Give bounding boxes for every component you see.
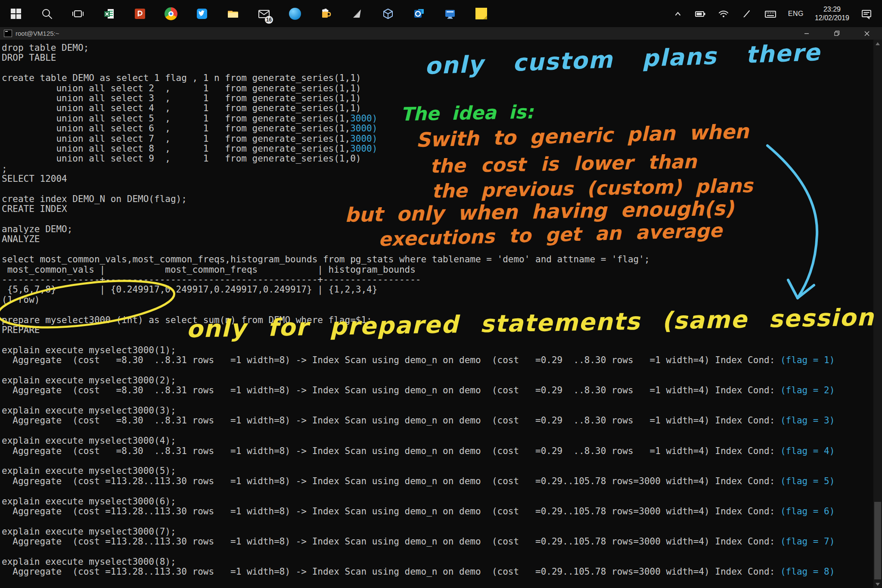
powerpoint-icon[interactable] xyxy=(130,0,150,27)
restore-button[interactable] xyxy=(822,27,852,40)
gray-app-icon[interactable] xyxy=(347,0,367,27)
wifi-icon[interactable] xyxy=(716,0,731,27)
terminal-line: analyze DEMO; xyxy=(2,224,873,234)
terminal-line: Aggregate (cost =8.30 ..8.31 rows =1 wid… xyxy=(2,416,873,426)
terminal-line xyxy=(2,245,873,255)
terminal-line xyxy=(2,366,873,376)
titlebar[interactable]: root@VM125:~ xyxy=(0,27,882,40)
monitor-app-icon[interactable] xyxy=(440,0,460,27)
terminal-line: CREATE INDEX xyxy=(2,204,873,214)
terminal-line: union all select 4 , 1 from generate_ser… xyxy=(2,103,873,113)
terminal-line: union all select 2 , 1 from generate_ser… xyxy=(2,84,873,93)
terminal-line: explain execute myselect3000(1); xyxy=(2,345,873,355)
terminal-line: union all select 9 , 1 from generate_ser… xyxy=(2,154,873,164)
minimize-button[interactable] xyxy=(792,27,822,40)
terminal-line: explain execute myselect3000(2); xyxy=(2,376,873,386)
terminal-line: most_common_vals | most_common_freqs | h… xyxy=(2,265,873,275)
terminal-line: explain execute myselect3000(6); xyxy=(2,497,873,507)
search-icon[interactable] xyxy=(37,0,57,27)
terminal-window: root@VM125:~ drop table DEMO;DROP TABLEc… xyxy=(0,27,882,588)
terminal-line: {5,6,7,8} | {0.249917,0.249917,0.249917,… xyxy=(2,285,873,295)
terminal-line: create table DEMO as select 1 flag , 1 n… xyxy=(2,73,873,83)
sticky-notes-icon[interactable] xyxy=(471,0,491,27)
window-controls xyxy=(792,27,882,40)
terminal-line xyxy=(2,486,873,496)
terminal-line: Aggregate (cost =113.28..113.30 rows =1 … xyxy=(2,507,873,516)
terminal-line: explain execute myselect3000(7); xyxy=(2,527,873,537)
pen-icon[interactable] xyxy=(739,0,755,27)
taskbar-tray: ENG 23:29 12/02/2019 xyxy=(671,0,882,27)
console-icon xyxy=(4,30,12,37)
terminal-line xyxy=(2,215,873,224)
terminal-line xyxy=(2,335,873,345)
terminal-line: union all select 3 , 1 from generate_ser… xyxy=(2,93,873,103)
terminal-line: ANALYZE xyxy=(2,234,873,244)
scrollbar-thumb[interactable] xyxy=(874,502,881,579)
terminal-line: ; xyxy=(2,164,873,174)
terminal-line: Aggregate (cost =113.28..113.30 rows =1 … xyxy=(2,567,873,577)
terminal-line: prepare myselect3000 (int) as select sum… xyxy=(2,315,873,325)
terminal-line: explain execute myselect3000(4); xyxy=(2,436,873,446)
3d-viewer-cube-icon[interactable] xyxy=(378,0,398,27)
chrome-icon[interactable] xyxy=(161,0,181,27)
task-view-icon[interactable] xyxy=(68,0,88,27)
terminal-line: explain execute myselect3000(5); xyxy=(2,466,873,476)
terminal-line: explain execute myselect3000(3); xyxy=(2,406,873,416)
scroll-up-arrow[interactable] xyxy=(873,40,882,47)
terminal-line: (1 row) xyxy=(2,295,873,305)
touch-keyboard-icon[interactable] xyxy=(762,0,779,27)
terminal-scrollbar[interactable] xyxy=(873,40,882,588)
taskbar-clock[interactable]: 23:29 12/02/2019 xyxy=(813,0,851,27)
terminal-line: PREPARE xyxy=(2,325,873,335)
excel-icon[interactable] xyxy=(99,0,119,27)
terminal-line: union all select 8 , 1 from generate_ser… xyxy=(2,144,873,154)
terminal-line xyxy=(2,547,873,557)
terminal-line xyxy=(2,63,873,73)
terminal-line xyxy=(2,426,873,436)
terminal-line: union all select 7 , 1 from generate_ser… xyxy=(2,134,873,144)
terminal-line: create index DEMO_N on DEMO(flag); xyxy=(2,194,873,204)
beer-mug-icon[interactable] xyxy=(316,0,336,27)
taskbar: 16 xyxy=(0,0,882,27)
terminal-line xyxy=(2,516,873,526)
file-explorer-icon[interactable] xyxy=(223,0,243,27)
terminal-line: union all select 6 , 1 from generate_ser… xyxy=(2,124,873,134)
terminal-line: Aggregate (cost =113.28..113.30 rows =1 … xyxy=(2,537,873,547)
close-button[interactable] xyxy=(852,27,882,40)
terminal-line: ------------------+---------------------… xyxy=(2,275,873,285)
terminal-output[interactable]: drop table DEMO;DROP TABLEcreate table D… xyxy=(0,40,873,588)
twitter-icon[interactable] xyxy=(192,0,212,27)
terminal-line xyxy=(2,184,873,194)
window-title: root@VM125:~ xyxy=(16,30,59,37)
taskbar-pinned-apps: 16 xyxy=(0,0,491,27)
language-indicator[interactable]: ENG xyxy=(786,0,805,27)
outlook-icon[interactable] xyxy=(409,0,429,27)
battery-icon[interactable] xyxy=(693,0,708,27)
terminal-line xyxy=(2,456,873,466)
terminal-line: SELECT 12004 xyxy=(2,174,873,184)
mail-icon[interactable]: 16 xyxy=(254,0,274,27)
show-hidden-icons-chevron[interactable] xyxy=(671,0,685,27)
terminal-line: Aggregate (cost =8.30 ..8.31 rows =1 wid… xyxy=(2,446,873,456)
clock-date: 12/02/2019 xyxy=(815,14,849,22)
action-center-icon[interactable] xyxy=(859,0,874,27)
mail-unread-badge: 16 xyxy=(265,16,273,24)
terminal-line: drop table DEMO; xyxy=(2,43,873,53)
terminal-line: Aggregate (cost =8.30 ..8.31 rows =1 wid… xyxy=(2,355,873,365)
terminal-line: Aggregate (cost =8.30 ..8.31 rows =1 wid… xyxy=(2,386,873,395)
blue-app-icon[interactable] xyxy=(285,0,305,27)
terminal-line xyxy=(2,396,873,406)
terminal-line: explain execute myselect3000(8); xyxy=(2,557,873,567)
scroll-down-arrow[interactable] xyxy=(873,580,882,588)
terminal-line: select most_common_vals,most_common_freq… xyxy=(2,255,873,264)
clock-time: 23:29 xyxy=(815,5,849,14)
desktop: 16 xyxy=(0,0,882,588)
start-button[interactable] xyxy=(6,0,26,27)
terminal-line xyxy=(2,305,873,315)
terminal-line: Aggregate (cost =113.28..113.30 rows =1 … xyxy=(2,476,873,486)
terminal-line: DROP TABLE xyxy=(2,53,873,63)
terminal-line: union all select 5 , 1 from generate_ser… xyxy=(2,114,873,124)
